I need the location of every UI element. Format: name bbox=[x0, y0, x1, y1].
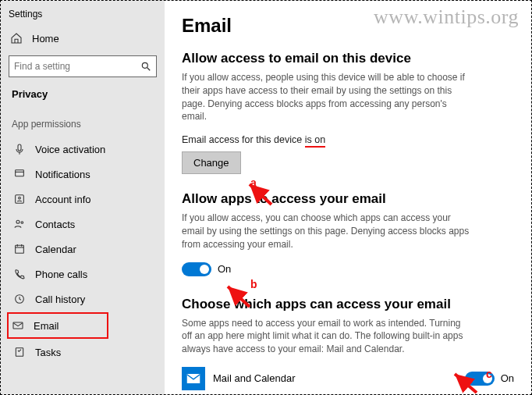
app-name: Mail and Calendar bbox=[213, 372, 296, 384]
email-icon bbox=[12, 319, 24, 332]
svg-point-8 bbox=[16, 220, 20, 223]
svg-rect-16 bbox=[16, 348, 23, 357]
phone-icon bbox=[13, 268, 26, 280]
svg-rect-4 bbox=[16, 170, 24, 176]
sidebar-item-contacts[interactable]: Contacts bbox=[9, 212, 157, 236]
svg-rect-2 bbox=[18, 144, 21, 151]
search-icon bbox=[140, 61, 151, 72]
notification-icon bbox=[13, 168, 26, 180]
sidebar-item-email[interactable]: Email bbox=[7, 312, 108, 339]
tasks-icon bbox=[13, 346, 26, 358]
search-box[interactable] bbox=[9, 55, 157, 77]
device-access-status: Email access for this device is on bbox=[182, 134, 514, 145]
account-icon bbox=[13, 193, 26, 205]
mail-app-toggle[interactable]: On bbox=[465, 372, 514, 386]
block-apps-access: Allow apps to access your email If you a… bbox=[182, 191, 514, 279]
apps-access-desc: If you allow access, you can choose whic… bbox=[182, 212, 470, 251]
sidebar-item-call-history[interactable]: Call history bbox=[9, 287, 157, 311]
toggle-label: On bbox=[218, 263, 231, 275]
change-button[interactable]: Change bbox=[182, 151, 241, 174]
home-label: Home bbox=[32, 33, 59, 44]
sidebar-item-notifications[interactable]: Notifications bbox=[9, 162, 157, 186]
app-permissions-heading: App permissions bbox=[12, 119, 157, 130]
choose-apps-desc: Some apps need to access your email to w… bbox=[182, 317, 470, 356]
apps-access-toggle[interactable]: On bbox=[182, 262, 231, 276]
home-icon bbox=[10, 32, 23, 44]
sidebar-item-tasks[interactable]: Tasks bbox=[9, 340, 157, 364]
svg-point-7 bbox=[19, 197, 21, 199]
device-access-title: Allow access to email on this device bbox=[182, 51, 514, 66]
apps-access-title: Allow apps to access your email bbox=[182, 191, 514, 207]
sidebar-item-calendar[interactable]: Calendar bbox=[9, 237, 157, 261]
svg-point-9 bbox=[21, 222, 23, 224]
search-input[interactable] bbox=[14, 61, 140, 72]
sidebar-item-voice-activation[interactable]: Voice activation bbox=[9, 137, 157, 161]
svg-point-0 bbox=[142, 62, 147, 68]
microphone-icon bbox=[13, 143, 26, 155]
block-device-access: Allow access to email on this device If … bbox=[182, 51, 514, 174]
sidebar: Settings Home Privacy App permissions Vo… bbox=[1, 1, 165, 394]
sidebar-item-phone-calls[interactable]: Phone calls bbox=[9, 262, 157, 286]
page-title: Email bbox=[182, 15, 514, 37]
main-content: Email Allow access to email on this devi… bbox=[165, 1, 531, 394]
svg-rect-10 bbox=[16, 245, 24, 253]
privacy-heading: Privacy bbox=[12, 88, 157, 100]
sidebar-item-account-info[interactable]: Account info bbox=[9, 187, 157, 211]
svg-rect-15 bbox=[13, 322, 23, 329]
app-title: Settings bbox=[9, 9, 157, 20]
contacts-icon bbox=[13, 218, 26, 230]
choose-apps-title: Choose which apps can access your email bbox=[182, 297, 514, 312]
settings-window: Settings Home Privacy App permissions Vo… bbox=[0, 0, 532, 395]
svg-line-1 bbox=[147, 68, 151, 71]
calendar-icon bbox=[13, 243, 26, 255]
device-access-desc: If you allow access, people using this d… bbox=[182, 71, 470, 123]
home-nav[interactable]: Home bbox=[10, 32, 157, 44]
block-choose-apps: Choose which apps can access your email … bbox=[182, 297, 514, 390]
mail-app-icon bbox=[182, 367, 205, 390]
history-icon bbox=[13, 293, 26, 305]
app-row-mail-calendar: Mail and Calendar On bbox=[182, 367, 514, 390]
